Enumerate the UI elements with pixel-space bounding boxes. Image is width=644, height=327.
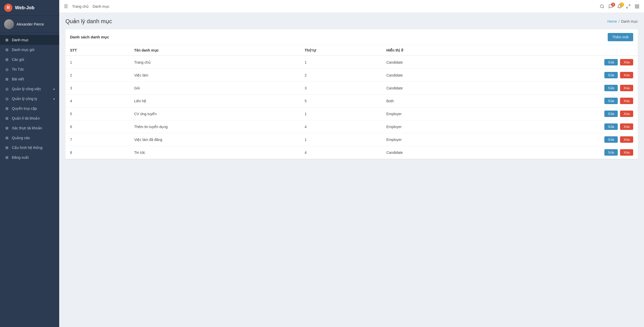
hamburger-icon[interactable]: ☰	[64, 4, 68, 9]
main-content: ☰ Trang chủ Danh mục 3 15	[59, 0, 644, 327]
grid-icon: ⊞	[5, 47, 9, 52]
sidebar-item-quan-ly-cong-ty[interactable]: ◎ Quản lý công ty ◂	[0, 94, 59, 104]
notifications-badge: 15	[620, 3, 624, 7]
edit-button[interactable]: Sửa	[604, 149, 618, 156]
table-row: 4 Liên hệ 5 Both Sửa Xóa	[65, 95, 638, 107]
cell-stt: 3	[65, 82, 130, 95]
cell-display: Candidate	[382, 69, 486, 82]
apps-button[interactable]	[635, 4, 639, 9]
edit-button[interactable]: Sửa	[604, 111, 618, 117]
sidebar-item-cac-goi[interactable]: ⊞ Các gói	[0, 55, 59, 64]
sidebar-item-label: Quản lý công ty	[12, 97, 37, 101]
edit-button[interactable]: Sửa	[604, 85, 618, 91]
fullscreen-button[interactable]	[626, 4, 631, 9]
sidebar-item-tin-tuc[interactable]: ◎ Tin Tức	[0, 64, 59, 74]
topnav-link-danh-muc[interactable]: Danh mục	[93, 4, 109, 9]
cell-stt: 2	[65, 69, 130, 82]
page-content: Quản lý danh mục Home / Danh mục Danh sá…	[59, 13, 644, 327]
sidebar-item-quyen-truy-cap[interactable]: ⊞ Quyền truy cập	[0, 104, 59, 113]
svg-line-3	[626, 7, 628, 8]
breadcrumb-separator: /	[619, 19, 620, 23]
svg-rect-6	[638, 7, 639, 8]
sidebar-item-quang-cao[interactable]: ⊞ Quảng cáo	[0, 133, 59, 143]
col-thu-tu: Thứ tự	[300, 45, 382, 56]
circle-icon: ◎	[5, 96, 9, 101]
grid-icon: ⊞	[5, 57, 9, 62]
cell-actions: Sửa Xóa	[486, 95, 638, 107]
search-button[interactable]	[600, 4, 604, 9]
cell-display: Employer	[382, 133, 486, 146]
cell-order: 1	[300, 133, 382, 146]
edit-button[interactable]: Sửa	[604, 59, 618, 65]
card-title: Danh sách danh mục	[70, 35, 109, 39]
grid-icon: ⊞	[5, 106, 9, 111]
breadcrumb-home-link[interactable]: Home	[607, 19, 617, 23]
svg-line-2	[629, 5, 630, 6]
cell-order: 5	[300, 95, 382, 107]
sidebar-item-danh-muc[interactable]: ⊞ Danh mục	[0, 35, 59, 45]
sidebar-item-cau-hinh-he-thong[interactable]: ⊞ Cấu hình hệ thống	[0, 143, 59, 153]
messages-button[interactable]: 3	[608, 4, 613, 9]
grid-icon: ⊞	[5, 136, 9, 140]
delete-button[interactable]: Xóa	[620, 59, 633, 65]
topnav-link-trang-chu[interactable]: Trang chủ	[72, 4, 89, 9]
edit-button[interactable]: Sửa	[604, 123, 618, 130]
sidebar-item-quan-li-tai-khoan[interactable]: ⊞ Quản lí tài khoản	[0, 113, 59, 123]
cell-display: Employer	[382, 107, 486, 120]
sidebar-item-bai-viet[interactable]: ⊞ Bài viết	[0, 74, 59, 84]
delete-button[interactable]: Xóa	[620, 123, 633, 130]
cell-actions: Sửa Xóa	[486, 82, 638, 95]
cell-name: Trang chủ	[130, 56, 300, 69]
sidebar-item-label: Tin Tức	[12, 67, 24, 71]
circle-icon: ◎	[5, 67, 9, 72]
sidebar-item-danh-muc-goi[interactable]: ⊞ Danh mục gói	[0, 45, 59, 55]
sidebar-item-dang-xuat[interactable]: ⊞ Đăng xuất	[0, 153, 59, 162]
sidebar-user: Alexander Pierce	[0, 16, 59, 33]
grid-icon: ⊞	[5, 145, 9, 150]
sidebar-item-label: Đăng xuất	[12, 155, 29, 160]
cell-actions: Sửa Xóa	[486, 133, 638, 146]
delete-button[interactable]: Xóa	[620, 136, 633, 143]
edit-button[interactable]: Sửa	[604, 98, 618, 104]
cell-name: Gói	[130, 82, 300, 95]
cell-display: Candidate	[382, 146, 486, 159]
sidebar-item-label: Quyền truy cập	[12, 106, 37, 111]
delete-button[interactable]: Xóa	[620, 111, 633, 117]
table-row: 7 Việc làm đã đăng 1 Employer Sửa Xóa	[65, 133, 638, 146]
cell-name: Thêm tin tuyển dụng	[130, 120, 300, 133]
col-actions	[486, 45, 638, 56]
delete-button[interactable]: Xóa	[620, 72, 633, 78]
page-header: Quản lý danh mục Home / Danh mục	[65, 18, 638, 25]
topnav-right: 3 15	[600, 4, 639, 9]
cell-order: 1	[300, 56, 382, 69]
delete-button[interactable]: Xóa	[620, 85, 633, 91]
delete-button[interactable]: Xóa	[620, 149, 633, 156]
app-title: Web-Job	[15, 5, 35, 11]
sidebar: R Web-Job Alexander Pierce ⊞ Danh mục ⊞ …	[0, 0, 59, 327]
notifications-button[interactable]: 15	[617, 4, 622, 9]
table-row: 1 Trang chủ 1 Candidate Sửa Xóa	[65, 56, 638, 69]
sidebar-logo: R Web-Job	[0, 0, 59, 16]
username: Alexander Pierce	[16, 22, 44, 26]
sidebar-item-quan-ly-cong-viec[interactable]: ◎ Quản lý công việc ◂	[0, 84, 59, 94]
cell-name: Tin tức	[130, 146, 300, 159]
delete-button[interactable]: Xóa	[620, 98, 633, 104]
cell-order: 4	[300, 146, 382, 159]
add-new-button[interactable]: Thêm mới	[608, 33, 633, 41]
svg-line-1	[603, 7, 604, 8]
messages-badge: 3	[611, 3, 615, 7]
chevron-left-icon: ◂	[53, 97, 55, 100]
table-row: 2 Việc làm 2 Candidate Sửa Xóa	[65, 69, 638, 82]
edit-button[interactable]: Sửa	[604, 136, 618, 143]
cell-name: Việc làm	[130, 69, 300, 82]
cell-order: 1	[300, 107, 382, 120]
svg-rect-7	[635, 7, 637, 8]
avatar-image	[4, 19, 14, 29]
table-row: 5 CV ứng tuyển 1 Employer Sửa Xóa	[65, 107, 638, 120]
sidebar-item-label: Danh mục gói	[12, 48, 35, 52]
main-card: Danh sách danh mục Thêm mới STT Tên danh…	[65, 29, 638, 159]
edit-button[interactable]: Sửa	[604, 72, 618, 78]
grid-icon: ⊞	[5, 77, 9, 81]
sidebar-item-xac-thuc-tai-khoan[interactable]: ⊞ Xác thực tài khoản	[0, 123, 59, 133]
breadcrumb-current: Danh mục	[621, 19, 638, 23]
